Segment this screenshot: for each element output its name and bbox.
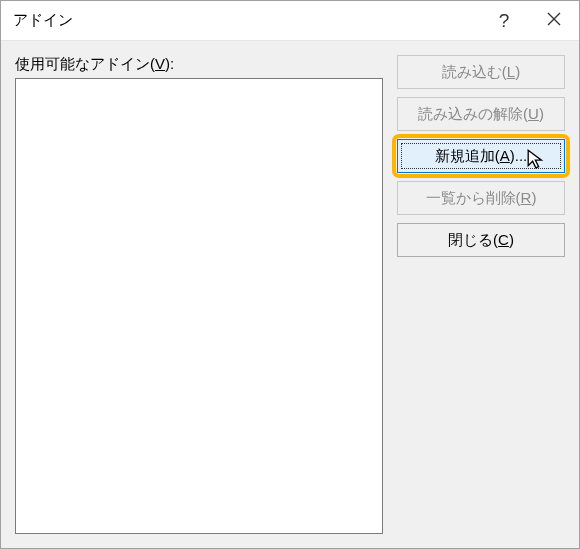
label-mnemonic: V [155,55,165,72]
available-addins-listbox[interactable] [15,78,383,534]
label-suffix: ): [165,55,174,72]
left-pane: 使用可能なアドイン(V): [15,55,383,534]
help-icon: ? [499,11,510,30]
unload-button[interactable]: 読み込みの解除(U) [397,97,565,131]
button-label: 閉じる(C) [448,231,514,250]
dialog-title: アドイン [13,11,479,30]
close-button[interactable]: 閉じる(C) [397,223,565,257]
titlebar-controls: ? [479,1,579,40]
help-button[interactable]: ? [479,1,529,40]
button-label: 新規追加(A)... [435,147,528,166]
available-addins-label: 使用可能なアドイン(V): [15,55,383,74]
button-label: 一覧から削除(R) [426,189,537,208]
add-button-highlight: 新規追加(A)... [397,139,565,173]
remove-from-list-button[interactable]: 一覧から削除(R) [397,181,565,215]
add-new-button[interactable]: 新規追加(A)... [397,139,565,173]
label-prefix: 使用可能なアドイン( [15,55,155,72]
button-label: 読み込みの解除(U) [418,105,544,124]
close-icon [547,10,561,31]
close-window-button[interactable] [529,1,579,40]
addin-dialog: アドイン ? 使用可能なアドイン(V): 読み込む(L) [0,0,580,549]
mouse-cursor-icon [526,148,548,173]
load-button[interactable]: 読み込む(L) [397,55,565,89]
dialog-content: 使用可能なアドイン(V): 読み込む(L) 読み込みの解除(U) [1,41,579,548]
button-label: 読み込む(L) [442,63,520,82]
right-pane: 読み込む(L) 読み込みの解除(U) 新規追加(A)... [397,55,565,534]
titlebar: アドイン ? [1,1,579,41]
